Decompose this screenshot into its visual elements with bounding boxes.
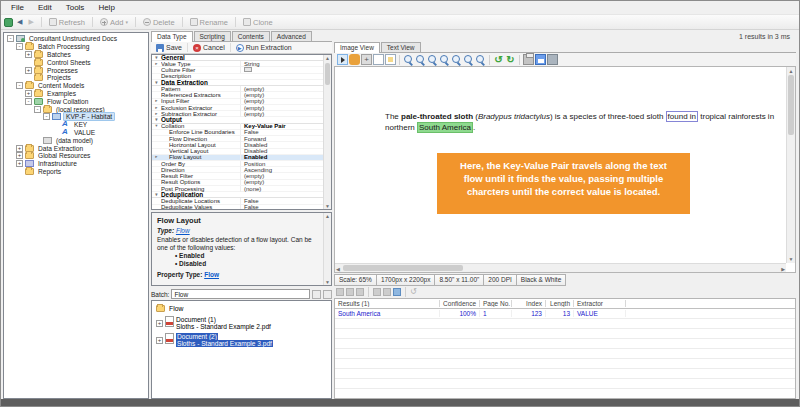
tree-item[interactable]: Reports xyxy=(4,168,148,176)
image-tools-icon[interactable] xyxy=(547,54,558,65)
canvas-vertical-scrollbar[interactable]: ▲ ▼ xyxy=(786,67,795,263)
expander-icon[interactable]: ▸ xyxy=(152,154,161,160)
property-value[interactable]: Ascending xyxy=(240,167,331,173)
clone-button[interactable]: Clone xyxy=(241,18,275,27)
batch-root-item[interactable]: Flow xyxy=(156,304,331,313)
document-filename[interactable]: Sloths - Standard Example 2.pdf xyxy=(176,323,271,330)
zoom-select-icon[interactable] xyxy=(439,54,450,65)
column-header[interactable]: Extractor xyxy=(574,300,626,307)
property-value[interactable]: Position xyxy=(240,161,331,167)
cell-icon[interactable] xyxy=(346,288,354,296)
tree-item[interactable]: -Flow Collation xyxy=(4,97,148,105)
help-scrollbar[interactable]: ▲ ▼ xyxy=(323,213,331,285)
cell-icon[interactable] xyxy=(383,288,391,296)
expand-icon[interactable]: + xyxy=(25,51,32,58)
expand-icon[interactable]: + xyxy=(156,320,163,327)
expander-icon[interactable]: ▾ xyxy=(152,80,161,86)
property-value[interactable]: (none) xyxy=(240,186,331,192)
add-zone-icon[interactable] xyxy=(361,54,372,65)
tree-item[interactable]: VALUE xyxy=(4,129,148,137)
result-row[interactable]: South America100%112313VALUE xyxy=(335,309,795,319)
property-value[interactable]: Forward xyxy=(240,136,331,142)
open-batch-window-icon[interactable] xyxy=(323,290,332,299)
expander-icon[interactable]: ▾ xyxy=(152,55,161,61)
property-value[interactable]: Enabled xyxy=(240,154,331,160)
tree-item[interactable]: +Processes xyxy=(4,66,148,74)
save-button[interactable]: Save xyxy=(154,44,184,52)
column-header[interactable]: Page No. xyxy=(480,300,512,307)
column-header[interactable]: Length xyxy=(546,300,574,307)
collapse-icon[interactable]: - xyxy=(43,113,50,120)
cell-icon[interactable] xyxy=(336,288,344,296)
document-filename[interactable]: Sloths - Standard Example 3.pdf xyxy=(176,340,273,347)
batch-document[interactable]: +Document (1)Sloths - Standard Example 2… xyxy=(156,316,331,330)
property-value[interactable]: False xyxy=(240,198,331,204)
collapse-icon[interactable]: - xyxy=(34,106,41,113)
scroll-thumb[interactable] xyxy=(325,63,330,85)
print-icon[interactable] xyxy=(523,54,534,65)
scroll-thumb[interactable] xyxy=(788,75,794,135)
page-thumb-icon[interactable] xyxy=(385,54,396,65)
column-header[interactable]: Confidence xyxy=(440,300,480,307)
property-value[interactable]: Key-Value Pair xyxy=(240,123,331,129)
zoom-out-icon[interactable] xyxy=(415,54,426,65)
blue-icon[interactable] xyxy=(393,288,401,296)
page-view-icon[interactable] xyxy=(373,54,384,65)
expander-icon[interactable]: ▸ xyxy=(152,111,161,117)
tab-image-view[interactable]: Image View xyxy=(334,42,380,53)
property-value[interactable]: (empty) xyxy=(240,92,331,98)
delete-button[interactable]: Delete xyxy=(141,18,177,27)
expander-icon[interactable]: ▾ xyxy=(152,192,161,198)
expander-icon[interactable]: ▸ xyxy=(152,98,161,104)
undo-icon[interactable]: ↺ xyxy=(410,288,417,296)
document-title[interactable]: Document (2) xyxy=(176,333,273,340)
property-value[interactable]: (empty) xyxy=(240,173,331,179)
expand-icon[interactable]: + xyxy=(25,67,32,74)
property-value[interactable]: String xyxy=(240,61,331,67)
expand-icon[interactable]: + xyxy=(156,337,163,344)
property-value[interactable]: (empty) xyxy=(240,98,331,104)
scroll-down-icon[interactable]: ▼ xyxy=(787,256,795,262)
menu-edit[interactable]: Edit xyxy=(31,3,59,12)
property-value[interactable]: False xyxy=(240,204,331,210)
tree-item[interactable]: -KVP-F - Habitat xyxy=(4,113,148,121)
refresh-button[interactable]: Refresh xyxy=(47,18,87,27)
column-header[interactable]: Results (1) xyxy=(335,300,440,307)
zoom-actual-icon[interactable] xyxy=(427,54,438,65)
tab-text-view[interactable]: Text View xyxy=(381,42,421,52)
add-button[interactable]: Add▾ xyxy=(98,18,130,27)
scroll-up-icon[interactable]: ▲ xyxy=(787,68,795,74)
scroll-left-icon[interactable]: ◀ xyxy=(336,266,340,272)
property-value[interactable]: (empty) xyxy=(240,111,331,117)
scroll-right-icon[interactable]: ▶ xyxy=(781,266,785,272)
property-value[interactable]: Disabled xyxy=(240,142,331,148)
scroll-up-icon[interactable]: ▲ xyxy=(324,55,331,61)
expand-icon[interactable]: + xyxy=(16,145,23,152)
tree-item[interactable]: -Content Models xyxy=(4,82,148,90)
expander-icon[interactable]: ▾ xyxy=(152,123,161,129)
pan-hand-icon[interactable] xyxy=(349,54,360,65)
document-title[interactable]: Document (1) xyxy=(176,316,271,323)
canvas-horizontal-scrollbar[interactable]: ◀ ▶ xyxy=(335,263,786,272)
collapse-icon[interactable]: - xyxy=(16,43,23,50)
batch-document[interactable]: +Document (2)Sloths - Standard Example 3… xyxy=(156,333,331,347)
collapse-icon[interactable]: - xyxy=(16,82,23,89)
collapse-icon[interactable]: - xyxy=(25,98,32,105)
expand-icon[interactable]: + xyxy=(25,90,32,97)
scroll-down-icon[interactable]: ▼ xyxy=(324,203,331,209)
batch-filter-icon[interactable] xyxy=(312,290,321,299)
tree-item[interactable]: Control Sheets xyxy=(4,58,148,66)
property-grid-scrollbar[interactable]: ▲ ▼ xyxy=(323,55,331,209)
property-value[interactable]: (empty) xyxy=(240,86,331,92)
rotate-right-icon[interactable]: ↻ xyxy=(505,54,516,65)
tree-item[interactable]: +Examples xyxy=(4,90,148,98)
save-image-icon[interactable] xyxy=(535,54,546,65)
tree-item[interactable]: +Batches xyxy=(4,51,148,59)
batch-selector[interactable]: Flow xyxy=(171,289,310,299)
cursor-icon[interactable] xyxy=(337,54,348,65)
cancel-button[interactable]: × Cancel xyxy=(191,44,227,52)
expand-icon[interactable]: + xyxy=(16,152,23,159)
tree-item[interactable]: +Global Resources xyxy=(4,152,148,160)
tree-item[interactable]: KEY xyxy=(4,121,148,129)
expand-icon[interactable]: + xyxy=(16,160,23,167)
